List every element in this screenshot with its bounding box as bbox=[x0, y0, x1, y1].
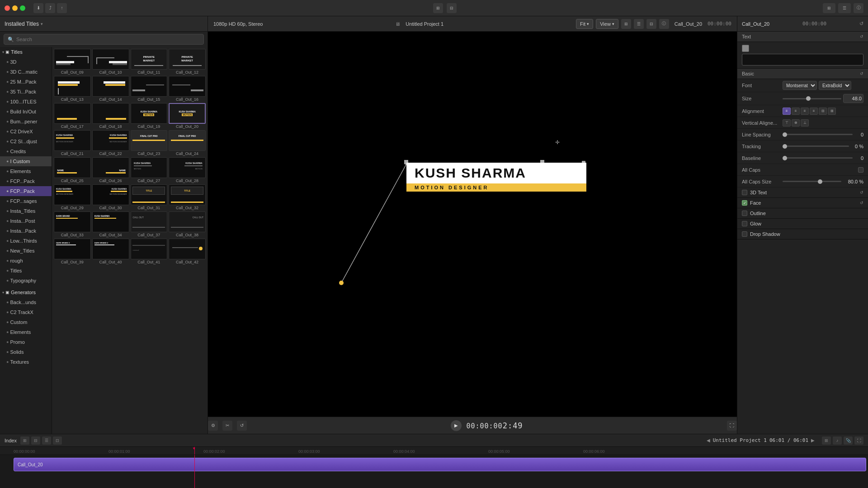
all-caps-size-slider[interactable] bbox=[818, 179, 822, 184]
sidebar-item-3d-cinematic[interactable]: ● 3D C...matic bbox=[0, 67, 52, 77]
sidebar-item-rough[interactable]: ● rough bbox=[0, 256, 52, 266]
font-name-select[interactable]: Montserrat bbox=[783, 81, 817, 90]
timeline-clip[interactable]: Call_Out_20 bbox=[14, 458, 866, 471]
tracking-slider[interactable] bbox=[783, 144, 787, 149]
view-button[interactable]: View ▾ bbox=[596, 19, 618, 29]
sidebar-item-titles[interactable]: ▾ ▣ Titles bbox=[0, 47, 52, 57]
transport-settings-icon[interactable]: ⚙ bbox=[208, 421, 218, 431]
all-caps-checkbox[interactable] bbox=[858, 167, 863, 173]
vert-align-top-btn[interactable]: ⊤ bbox=[783, 119, 791, 127]
size-slider-thumb[interactable] bbox=[806, 96, 811, 101]
sidebar-item-c2slidjust[interactable]: ● C2 Sl...djust bbox=[0, 136, 52, 146]
inspector-reset-icon[interactable]: ↺ bbox=[859, 21, 863, 27]
timeline-btn-4[interactable]: ⊡ bbox=[53, 436, 62, 445]
align-right-btn[interactable]: ≡ bbox=[801, 108, 809, 115]
align-natural-btn[interactable]: ⊞ bbox=[828, 108, 836, 115]
thumbnail-call-out-18[interactable]: Call_Out_18 bbox=[92, 103, 129, 129]
thumbnail-call-out-34[interactable]: KUSH SHARMA Call_Out_34 bbox=[92, 211, 129, 237]
fullscreen-button[interactable]: ⛶ bbox=[727, 421, 737, 431]
sidebar-item-backgrounds[interactable]: ● Back...unds bbox=[0, 297, 52, 307]
thumbnail-call-out-23[interactable]: FINAL CUT PRO Call_Out_23 bbox=[131, 130, 168, 156]
face-toggle[interactable]: ✓ Face ↺ bbox=[737, 198, 868, 208]
thumbnail-call-out-16[interactable]: Call_Out_16 bbox=[169, 76, 206, 102]
sidebar-item-titles2[interactable]: ● Titles bbox=[0, 266, 52, 276]
glow-checkbox[interactable] bbox=[742, 221, 747, 226]
thumbnail-call-out-27[interactable]: KUSH SHARMA MOTION Call_Out_27 bbox=[131, 157, 168, 183]
timeline-arrow-left[interactable]: ◀ bbox=[707, 438, 710, 443]
play-button[interactable]: ▶ bbox=[451, 420, 462, 431]
sidebar-item-c2drivex[interactable]: ● C2 DriveX bbox=[0, 127, 52, 136]
sidebar-item-newtitles[interactable]: ● New_Titles bbox=[0, 246, 52, 256]
align-justify-btn[interactable]: ≡ bbox=[810, 108, 818, 115]
view-list-icon[interactable]: ☰ bbox=[838, 3, 851, 13]
font-weight-select[interactable]: ExtraBold bbox=[819, 81, 851, 90]
timeline-arrow-right[interactable]: ▶ bbox=[811, 438, 815, 443]
export-icon[interactable]: ⤴ bbox=[45, 3, 55, 13]
thumbnail-call-out-31[interactable]: TITLE Call_Out_31 bbox=[131, 184, 168, 210]
sidebar-item-textures[interactable]: ● Textures bbox=[0, 357, 52, 367]
attach-btn[interactable]: 📎 bbox=[844, 436, 853, 445]
audio-btn[interactable]: ♪ bbox=[833, 436, 842, 445]
thumbnail-call-out-29[interactable]: KUSH SHARMA MOTION DESIGNER Call_Out_29 bbox=[54, 184, 91, 210]
sidebar-item-fcppack[interactable]: ● FCP...Pack bbox=[0, 176, 52, 186]
sidebar-item-elements[interactable]: ● Elements bbox=[0, 166, 52, 176]
thumbnail-call-out-33[interactable]: DARK BRAND Call_Out_33 bbox=[54, 211, 91, 237]
sidebar-item-promo[interactable]: ● Promo bbox=[0, 337, 52, 347]
text-input[interactable] bbox=[742, 54, 863, 66]
toolbar-btn-1[interactable]: ⊞ bbox=[433, 3, 443, 13]
inspector-icon-2[interactable]: ☰ bbox=[634, 19, 644, 29]
thumbnail-call-out-28[interactable]: KUSH SHARMA MOTION Call_Out_28 bbox=[169, 157, 206, 183]
share-icon[interactable]: ↑ bbox=[57, 3, 67, 13]
timeline-btn-1[interactable]: ⊞ bbox=[20, 436, 29, 445]
sidebar-item-elements2[interactable]: ● Elements bbox=[0, 327, 52, 337]
sidebar-item-fcpsages[interactable]: ● FCP...sages bbox=[0, 196, 52, 206]
thumbnail-call-out-15[interactable]: Call_Out_15 bbox=[131, 76, 168, 102]
inspector-icon-4[interactable]: ⓘ bbox=[659, 19, 669, 29]
3d-text-checkbox[interactable] bbox=[742, 190, 747, 195]
basic-reset-icon[interactable]: ↺ bbox=[860, 71, 863, 76]
sidebar-item-custom2[interactable]: ● Custom bbox=[0, 317, 52, 327]
glow-toggle[interactable]: Glow bbox=[737, 219, 868, 229]
sidebar-item-custom[interactable]: ● I Custom bbox=[0, 156, 52, 166]
thumbnail-call-out-14[interactable]: Call_Out_14 bbox=[92, 76, 129, 102]
toolbar-btn-2[interactable]: ⊟ bbox=[447, 3, 457, 13]
info-icon[interactable]: ⓘ bbox=[854, 3, 863, 13]
vert-align-bottom-btn[interactable]: ⊥ bbox=[801, 119, 809, 127]
thumbnail-call-out-30[interactable]: KUSH SHARMA MOTION DESIGNER Call_Out_30 bbox=[92, 184, 129, 210]
fit-button[interactable]: Fit ▾ bbox=[576, 19, 593, 29]
minimize-button[interactable] bbox=[12, 5, 18, 11]
search-input[interactable] bbox=[16, 37, 200, 42]
timeline-btn-3[interactable]: ☰ bbox=[42, 436, 51, 445]
thumbnail-call-out-20[interactable]: KUSH SHARMAMOTION Call_Out_20 bbox=[169, 103, 206, 129]
sidebar-item-insta-titles[interactable]: ● Insta_Titles bbox=[0, 206, 52, 216]
3d-text-reset[interactable]: ↺ bbox=[860, 190, 863, 195]
align-left-btn[interactable]: ≡ bbox=[783, 108, 791, 115]
vert-align-center-btn[interactable]: ⊕ bbox=[792, 119, 800, 127]
align-center-btn[interactable]: ≡ bbox=[792, 108, 800, 115]
thumbnail-call-out-26[interactable]: NAME Call_Out_26 bbox=[92, 157, 129, 183]
thumbnail-call-out-24[interactable]: FINAL CUT PRO Call_Out_24 bbox=[169, 130, 206, 156]
thumbnail-call-out-40[interactable]: DARK BRAND 2 Call_Out_40 bbox=[92, 239, 129, 264]
installed-titles-label[interactable]: Installed Titles bbox=[5, 21, 39, 27]
thumbnail-call-out-17[interactable]: Call_Out_17 bbox=[54, 103, 91, 129]
sidebar-item-buildinout[interactable]: ● Build In/Out bbox=[0, 107, 52, 117]
maximize-button[interactable] bbox=[20, 5, 25, 11]
sidebar-item-25m[interactable]: ● 25 M...Pack bbox=[0, 77, 52, 87]
thumbnail-call-out-12[interactable]: PRIVATEMARKET Call_Out_12 bbox=[169, 49, 206, 75]
index-label[interactable]: Index bbox=[5, 438, 17, 443]
sidebar-item-instapack[interactable]: ● Insta...Pack bbox=[0, 226, 52, 236]
outline-toggle[interactable]: Outline bbox=[737, 208, 868, 219]
align-fill-btn[interactable]: ⊟ bbox=[819, 108, 827, 115]
sidebar-item-lowthirds[interactable]: ● Low...Thirds bbox=[0, 236, 52, 246]
face-reset[interactable]: ↺ bbox=[860, 201, 863, 205]
thumbnail-call-out-42[interactable]: Call_Out_42 bbox=[169, 239, 206, 264]
sidebar-item-typography[interactable]: ● Typography bbox=[0, 276, 52, 286]
zoom-btn[interactable]: ⊞ bbox=[822, 436, 831, 445]
baseline-slider[interactable] bbox=[783, 156, 787, 160]
sidebar-item-c2trackx[interactable]: ● C2 TrackX bbox=[0, 307, 52, 317]
sidebar-item-100titles[interactable]: ● 100...ITLES bbox=[0, 97, 52, 107]
line-spacing-slider[interactable] bbox=[783, 132, 787, 137]
thumbnail-call-out-39[interactable]: DARK BRAND 2 Call_Out_39 bbox=[54, 239, 91, 264]
sidebar-item-credits[interactable]: ● Credits bbox=[0, 146, 52, 156]
view-grid-icon[interactable]: ⊞ bbox=[823, 3, 835, 13]
